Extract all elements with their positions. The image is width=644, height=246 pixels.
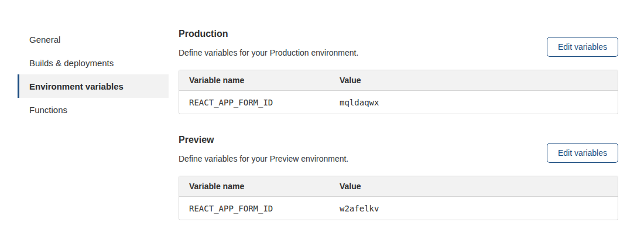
sidebar-item-builds-deployments[interactable]: Builds & deployments xyxy=(18,51,169,74)
table-header-row: Variable name Value xyxy=(179,176,618,197)
sidebar-item-label: Environment variables xyxy=(29,81,124,91)
column-header-value: Value xyxy=(330,70,618,91)
sidebar-item-label: Builds & deployments xyxy=(29,58,114,68)
variable-value-cell: mqldaqwx xyxy=(330,91,618,114)
production-section: Production Edit variables Define variabl… xyxy=(179,28,618,114)
environment-variables-content: Production Edit variables Define variabl… xyxy=(179,0,618,220)
preview-variables-table: Variable name Value REACT_APP_FORM_ID w2… xyxy=(179,176,618,220)
sidebar-item-label: General xyxy=(29,35,60,45)
settings-sidebar: General Builds & deployments Environment… xyxy=(18,28,169,121)
variable-name-cell: REACT_APP_FORM_ID xyxy=(179,91,330,114)
variable-value-cell: w2afelkv xyxy=(330,197,618,220)
variable-name-cell: REACT_APP_FORM_ID xyxy=(179,197,330,220)
table-row: REACT_APP_FORM_ID w2afelkv xyxy=(179,197,618,220)
sidebar-item-environment-variables[interactable]: Environment variables xyxy=(18,74,169,98)
edit-variables-button-production[interactable]: Edit variables xyxy=(547,37,618,57)
edit-variables-button-preview[interactable]: Edit variables xyxy=(547,143,618,163)
table-row: REACT_APP_FORM_ID mqldaqwx xyxy=(179,91,618,114)
column-header-variable-name: Variable name xyxy=(179,70,330,91)
preview-section: Preview Edit variables Define variables … xyxy=(179,134,618,220)
table-header-row: Variable name Value xyxy=(179,70,618,91)
sidebar-item-general[interactable]: General xyxy=(18,28,169,51)
sidebar-item-label: Functions xyxy=(29,105,67,115)
column-header-value: Value xyxy=(330,176,618,197)
column-header-variable-name: Variable name xyxy=(179,176,330,197)
sidebar-item-functions[interactable]: Functions xyxy=(18,98,169,121)
production-variables-table: Variable name Value REACT_APP_FORM_ID mq… xyxy=(179,70,618,114)
